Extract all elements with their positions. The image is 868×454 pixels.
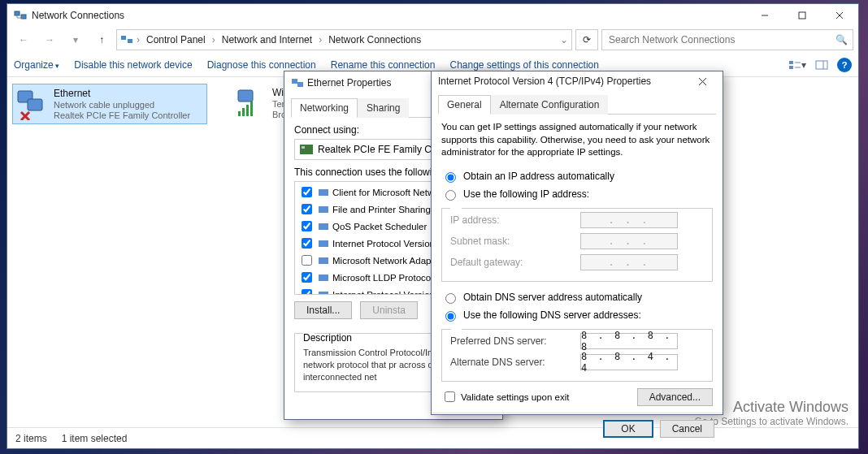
component-label: Microsoft Network Adapter [332, 256, 442, 266]
svg-rect-15 [292, 79, 297, 84]
window-title: Network Connections [32, 10, 746, 21]
search-box[interactable]: 🔍 [601, 29, 853, 50]
subnet-mask-input: . . . [580, 233, 678, 249]
svg-rect-9 [28, 99, 42, 110]
radio-ip-manual[interactable]: Use the following IP address: [441, 185, 713, 203]
chevron-down-icon[interactable]: ⌄ [560, 34, 568, 45]
refresh-button[interactable]: ⟳ [575, 29, 598, 50]
connection-name: Ethernet [54, 88, 190, 99]
window-titlebar: Network Connections [7, 4, 858, 27]
alternate-dns-input[interactable]: 8 . 8 . 4 . 4 [580, 354, 678, 370]
component-checkbox[interactable] [302, 204, 312, 214]
dialog-title: Internet Protocol Version 4 (TCP/IPv4) P… [438, 76, 688, 87]
ip-address-label: IP address: [450, 214, 580, 226]
status-item-count: 2 items [15, 433, 47, 444]
preview-pane-icon[interactable] [813, 56, 831, 74]
adapter-icon [291, 76, 304, 89]
component-label: Internet Protocol Version 6 [332, 290, 443, 296]
cancel-button[interactable]: Cancel [660, 420, 714, 438]
component-checkbox[interactable] [302, 289, 312, 295]
component-checkbox[interactable] [302, 221, 312, 231]
recent-dropdown[interactable]: ▾ [64, 28, 87, 51]
radio-ip-auto-input[interactable] [445, 172, 456, 183]
ipv4-properties-dialog: Internet Protocol Version 4 (TCP/IPv4) P… [431, 71, 723, 415]
dialog-buttons: OK Cancel [432, 413, 723, 444]
component-icon [318, 205, 329, 214]
search-input[interactable] [607, 33, 831, 46]
up-button[interactable]: ↑ [90, 28, 113, 51]
tab-sharing[interactable]: Sharing [358, 98, 409, 118]
breadcrumb[interactable]: › Control Panel › Network and Internet ›… [116, 29, 572, 50]
change-settings[interactable]: Change settings of this connection [449, 59, 598, 71]
diagnose-connection[interactable]: Diagnose this connection [207, 59, 316, 71]
advanced-button[interactable]: Advanced... [637, 388, 713, 406]
close-button[interactable] [688, 71, 716, 91]
network-icon [14, 9, 27, 22]
validate-checkbox[interactable]: Validate settings upon exit [441, 388, 569, 405]
component-icon [318, 256, 329, 266]
status-selection: 1 item selected [62, 433, 128, 444]
radio-dns-manual[interactable]: Use the following DNS server addresses: [441, 306, 713, 324]
svg-rect-2 [799, 12, 805, 19]
component-checkbox[interactable] [302, 272, 312, 283]
minimize-button[interactable] [746, 4, 783, 27]
component-icon [318, 188, 329, 197]
component-checkbox[interactable] [302, 187, 312, 197]
back-button[interactable]: ← [12, 28, 35, 51]
ok-button[interactable]: OK [603, 420, 653, 438]
uninstall-button[interactable]: Uninsta [360, 301, 418, 319]
svg-rect-7 [816, 61, 827, 69]
preferred-dns-label: Preferred DNS server: [450, 335, 580, 347]
close-button[interactable] [821, 4, 858, 27]
tab-networking[interactable]: Networking [291, 98, 358, 118]
component-icon [318, 222, 329, 231]
svg-rect-17 [300, 145, 313, 154]
info-text: You can get IP settings assigned automat… [441, 121, 713, 159]
breadcrumb-item[interactable]: Network and Internet [219, 32, 315, 47]
maximize-button[interactable] [783, 4, 821, 27]
svg-rect-14 [250, 102, 253, 116]
radio-ip-auto[interactable]: Obtain an IP address automatically [441, 167, 713, 185]
ip-address-input: . . . [580, 212, 678, 228]
component-checkbox[interactable] [302, 255, 312, 266]
component-label: QoS Packet Scheduler [332, 222, 427, 231]
svg-rect-16 [297, 82, 303, 87]
component-icon [318, 290, 329, 296]
forward-button[interactable]: → [38, 28, 61, 51]
help-icon[interactable]: ? [837, 58, 852, 72]
window-buttons [746, 4, 858, 27]
alternate-dns-label: Alternate DNS server: [450, 357, 580, 368]
radio-dns-auto[interactable]: Obtain DNS server address automatically [441, 288, 713, 306]
tab-alternate[interactable]: Alternate Configuration [491, 95, 609, 115]
rename-connection[interactable]: Rename this connection [331, 59, 436, 71]
component-label: Internet Protocol Version 4 [332, 239, 443, 249]
svg-rect-5 [789, 61, 793, 64]
wifi-icon [235, 87, 267, 119]
component-checkbox[interactable] [302, 238, 312, 249]
component-label: File and Printer Sharing for [332, 205, 444, 214]
component-icon [318, 273, 329, 283]
subnet-mask-label: Subnet mask: [450, 236, 580, 247]
svg-rect-24 [319, 275, 328, 281]
install-button[interactable]: Install... [294, 301, 352, 319]
organize-menu[interactable]: Organize [14, 59, 59, 71]
connection-item-ethernet[interactable]: Ethernet Network cable unplugged Realtek… [12, 84, 207, 124]
disable-device[interactable]: Disable this network device [74, 59, 192, 71]
svg-rect-12 [242, 108, 245, 116]
svg-rect-21 [319, 223, 328, 230]
radio-dns-manual-input[interactable] [445, 311, 456, 322]
svg-rect-22 [319, 240, 328, 247]
dialog-titlebar: Internet Protocol Version 4 (TCP/IPv4) P… [432, 71, 723, 91]
address-bar: ← → ▾ ↑ › Control Panel › Network and In… [7, 27, 858, 53]
preferred-dns-input[interactable]: 8 . 8 . 8 . 8 [580, 333, 678, 349]
radio-ip-manual-input[interactable] [445, 190, 456, 201]
svg-rect-23 [319, 257, 328, 264]
breadcrumb-item[interactable]: Network Connections [325, 32, 424, 47]
breadcrumb-item[interactable]: Control Panel [143, 32, 209, 47]
view-options-icon[interactable]: ▾ [788, 56, 806, 74]
radio-dns-auto-input[interactable] [445, 293, 456, 304]
network-icon [120, 33, 133, 46]
tab-general[interactable]: General [438, 95, 491, 115]
validate-checkbox-input[interactable] [445, 391, 455, 402]
svg-rect-20 [319, 206, 328, 213]
